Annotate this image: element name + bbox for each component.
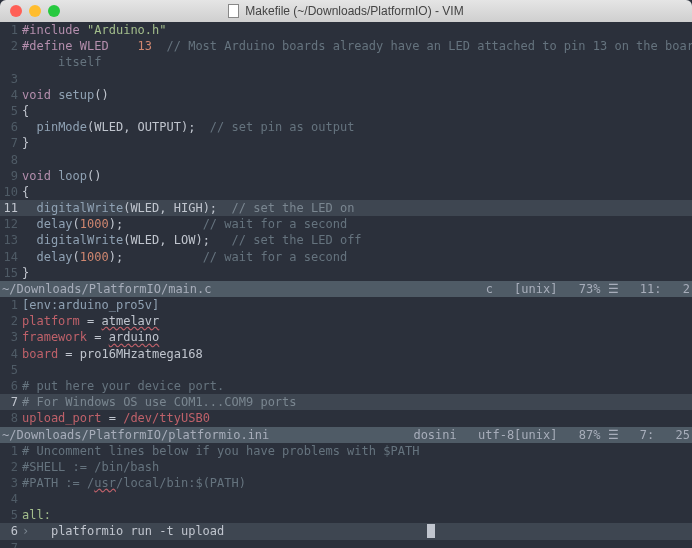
editor-pane-platformio-ini[interactable]: 1[env:arduino_pro5v] 2platform = atmelav… xyxy=(0,297,692,427)
code-text: pinMode xyxy=(36,120,87,134)
code-text: [env:arduino_pro5v] xyxy=(22,298,159,312)
code-text: platformio run -t upload xyxy=(51,524,224,538)
close-icon[interactable] xyxy=(10,5,22,17)
window-titlebar: Makefile (~/Downloads/PlatformIO) - VIM xyxy=(0,0,692,22)
scroll-percent: 73% xyxy=(579,282,601,296)
code-text: // wait for a second xyxy=(203,250,348,264)
code-text: () xyxy=(87,169,101,183)
code-text: // wait for a second xyxy=(203,217,348,231)
code-text: 1000 xyxy=(80,250,109,264)
code-text: board xyxy=(22,347,58,361)
code-text: #include xyxy=(22,23,87,37)
code-text: framework xyxy=(22,330,87,344)
cursor-icon xyxy=(427,524,435,538)
code-text: arduino xyxy=(109,330,160,344)
editor-pane-makefile[interactable]: 1# Uncomment lines below if you have pro… xyxy=(0,443,692,549)
editor-pane-main-c[interactable]: 1#include "Arduino.h" 2#define WLED 13 /… xyxy=(0,22,692,281)
zoom-icon[interactable] xyxy=(48,5,60,17)
code-text: digitalWrite xyxy=(36,233,123,247)
pos-line: 11: xyxy=(640,282,662,296)
code-text: #define WLED xyxy=(22,39,138,53)
file-path: ~/Downloads/PlatformIO/main.c xyxy=(2,281,212,297)
code-text: } xyxy=(22,266,29,280)
code-text: delay xyxy=(36,217,72,231)
pane-statusbar-main-c: ~/Downloads/PlatformIO/main.c c [unix] 7… xyxy=(0,281,692,297)
code-text: loop xyxy=(58,169,87,183)
code-text: } xyxy=(22,136,29,150)
pos-line: 7: xyxy=(640,428,654,442)
pos-col: 2 xyxy=(683,282,690,296)
code-text: # For Windows OS use COM1...COM9 ports xyxy=(22,395,297,409)
code-text: // Most Arduino boards already have an L… xyxy=(152,39,692,53)
code-text: all: xyxy=(22,508,51,522)
code-text: platform xyxy=(22,314,80,328)
document-icon xyxy=(228,4,239,18)
code-text: "Arduino.h" xyxy=(87,23,166,37)
code-text: atmelavr xyxy=(101,314,159,328)
code-text: itself xyxy=(22,55,101,69)
code-text: // set the LED on xyxy=(232,201,355,215)
code-text: digitalWrite xyxy=(36,201,123,215)
filetype: c xyxy=(486,282,493,296)
encoding: [unix] xyxy=(514,282,557,296)
code-text: setup xyxy=(58,88,94,102)
code-text: 1000 xyxy=(80,217,109,231)
code-text: /local/bin:$(PATH) xyxy=(116,476,246,490)
code-text: { xyxy=(22,185,29,199)
code-text: // set the LED off xyxy=(232,233,362,247)
window-title: Makefile (~/Downloads/PlatformIO) - VIM xyxy=(245,3,463,19)
code-text: #PATH := / xyxy=(22,476,94,490)
filetype: dosini xyxy=(413,428,456,442)
code-text: // set pin as output xyxy=(210,120,355,134)
code-text: upload_port xyxy=(22,411,101,425)
code-text: (WLED, HIGH); xyxy=(123,201,231,215)
code-text: () xyxy=(94,88,108,102)
file-path: ~/Downloads/PlatformIO/platformio.ini xyxy=(2,427,269,443)
pane-statusbar-platformio-ini: ~/Downloads/PlatformIO/platformio.ini do… xyxy=(0,427,692,443)
code-text: (WLED, OUTPUT); xyxy=(87,120,210,134)
code-text: /dev/ttyUSB0 xyxy=(123,411,210,425)
code-text: # put here your device port. xyxy=(22,379,224,393)
code-text: { xyxy=(22,104,29,118)
code-text: delay xyxy=(36,250,72,264)
code-text: usr xyxy=(94,476,116,490)
code-text: # Uncomment lines below if you have prob… xyxy=(22,444,419,458)
minimize-icon[interactable] xyxy=(29,5,41,17)
scroll-percent: 87% xyxy=(579,428,601,442)
code-text: 13 xyxy=(138,39,152,53)
code-text: void xyxy=(22,88,58,102)
code-text: pro16MHzatmega168 xyxy=(80,347,203,361)
code-text: void xyxy=(22,169,58,183)
encoding: utf-8[unix] xyxy=(478,428,557,442)
code-text: #SHELL := /bin/bash xyxy=(22,460,159,474)
tab-indicator: › xyxy=(22,524,51,538)
pos-col: 25 xyxy=(676,428,690,442)
